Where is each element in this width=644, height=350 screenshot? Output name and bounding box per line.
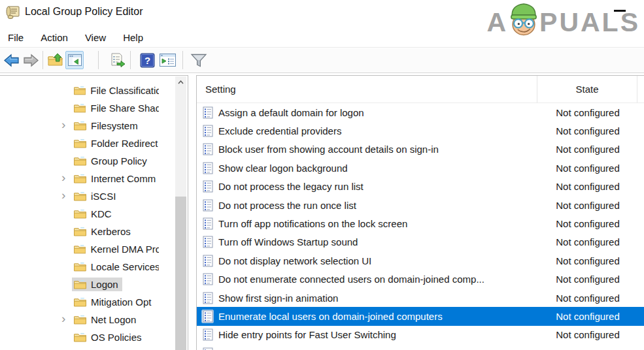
- filter-icon[interactable]: [190, 52, 207, 69]
- list-rows: Assign a default domain for logonNot con…: [197, 103, 644, 350]
- show-action-pane-icon[interactable]: [159, 52, 176, 69]
- tree-item-locale-services[interactable]: Locale Services: [0, 258, 171, 276]
- tree-item-body[interactable]: File Share Shad: [72, 101, 163, 115]
- tree-item-body[interactable]: KDC: [72, 207, 116, 221]
- up-one-level-icon[interactable]: [47, 52, 64, 69]
- setting-row-assign-a-default-domain-for-logon[interactable]: Assign a default domain for logonNot con…: [197, 103, 644, 121]
- setting-row-turn-off-windows-startup-sound[interactable]: Turn off Windows Startup soundNot config…: [197, 233, 644, 251]
- svg-text:?: ?: [144, 55, 150, 66]
- list-header: Setting State: [197, 76, 644, 103]
- policy-setting-icon: [202, 162, 213, 174]
- back-icon[interactable]: [3, 52, 20, 69]
- policy-setting-icon: [202, 328, 213, 341]
- tree-item-kerberos[interactable]: Kerberos: [0, 223, 171, 240]
- column-header-setting[interactable]: Setting: [197, 84, 537, 95]
- tree-item-iscsi[interactable]: ›iSCSI: [0, 187, 171, 205]
- folder-icon: [74, 121, 86, 131]
- setting-row-do-not-enumerate-connected-users-on-doma[interactable]: Do not enumerate connected users on doma…: [197, 270, 644, 289]
- setting-row-hide-entry-points-for-fast-user-switchin[interactable]: Hide entry points for Fast User Switchin…: [197, 326, 644, 344]
- tree-item-os-policies[interactable]: OS Policies: [0, 328, 171, 346]
- column-header-state[interactable]: State: [537, 76, 637, 103]
- folder-icon: [74, 156, 86, 166]
- tree-item-file-share-shad[interactable]: File Share Shad: [0, 99, 171, 117]
- expand-chevron-icon[interactable]: ›: [61, 119, 72, 130]
- tree-item-label: KDC: [91, 208, 112, 219]
- policy-setting-icon: [203, 125, 213, 137]
- setting-name: Do not process the legacy run list: [218, 181, 538, 192]
- show-console-tree-icon[interactable]: [65, 51, 84, 69]
- expand-chevron-icon[interactable]: ›: [61, 313, 72, 324]
- tree-item-body[interactable]: Net Logon: [72, 313, 140, 326]
- setting-row-do-not-display-network-selection-ui[interactable]: Do not display network selection UINot c…: [197, 251, 644, 270]
- folder-icon: [74, 103, 86, 113]
- policy-setting-icon: [203, 292, 213, 304]
- expand-chevron-icon[interactable]: ›: [61, 172, 72, 183]
- setting-state: Not configured: [538, 218, 637, 229]
- tree-item-body[interactable]: Mitigation Opt: [72, 295, 156, 309]
- menu-file[interactable]: File: [8, 32, 24, 43]
- tree-item-file-classificatio[interactable]: File Classificatio: [0, 82, 171, 99]
- tree-item-body[interactable]: iSCSI: [72, 189, 120, 203]
- setting-row-partial[interactable]: [197, 344, 644, 350]
- menu-help[interactable]: Help: [123, 32, 143, 43]
- tree-item-label: Folder Redirect: [91, 138, 158, 149]
- tree-item-kdc[interactable]: KDC: [0, 205, 171, 223]
- tree-item-filesystem[interactable]: ›Filesystem: [0, 117, 171, 135]
- minimize-button[interactable]: [614, 10, 626, 12]
- policy-setting-icon: [203, 106, 213, 119]
- setting-row-show-clear-logon-background[interactable]: Show clear logon backgroundNot configure…: [197, 159, 644, 177]
- forward-icon[interactable]: [22, 52, 39, 69]
- scrollbar-thumb[interactable]: [175, 197, 186, 350]
- tree-item-logon[interactable]: Logon: [0, 276, 171, 293]
- toolbar-separator: [42, 51, 43, 69]
- help-icon[interactable]: ?: [139, 52, 156, 69]
- tree-selection[interactable]: Logon: [72, 278, 122, 291]
- tree-item-body[interactable]: Internet Comm: [72, 172, 160, 185]
- tree-item-body[interactable]: Folder Redirect: [72, 136, 162, 150]
- tree-item-body[interactable]: Kernel DMA Pro: [72, 242, 163, 256]
- tree-item-folder-redirect[interactable]: Folder Redirect: [0, 135, 171, 152]
- toolbar-separator: [98, 51, 99, 69]
- tree-item-label: Logon: [91, 279, 118, 290]
- tree-item-body[interactable]: Filesystem: [72, 119, 142, 133]
- export-list-icon[interactable]: [110, 52, 127, 69]
- tree-item-kernel-dma-pro[interactable]: Kernel DMA Pro: [0, 240, 171, 258]
- setting-row-enumerate-local-users-on-domain-joined-c[interactable]: Enumerate local users on domain-joined c…: [197, 307, 644, 325]
- policy-setting-icon: [202, 125, 213, 137]
- policy-setting-icon: [202, 273, 213, 285]
- policy-setting-icon: [202, 143, 213, 155]
- setting-name: Do not enumerate connected users on doma…: [218, 274, 538, 285]
- tree-item-body[interactable]: Group Policy: [72, 154, 151, 168]
- folder-icon: [74, 174, 86, 183]
- menu-action[interactable]: Action: [41, 32, 68, 43]
- tree-item-label: Kerberos: [91, 226, 131, 237]
- setting-row-show-first-sign-in-animation[interactable]: Show first sign-in animationNot configur…: [197, 289, 644, 307]
- folder-icon: [74, 244, 86, 254]
- setting-row-block-user-from-showing-account-details-[interactable]: Block user from showing account details …: [197, 140, 644, 159]
- setting-row-turn-off-app-notifications-on-the-lock-s[interactable]: Turn off app notifications on the lock s…: [197, 214, 644, 232]
- tree-item-internet-comm[interactable]: ›Internet Comm: [0, 170, 171, 187]
- policy-setting-icon: [203, 180, 213, 193]
- tree-item-body[interactable]: OS Policies: [72, 330, 146, 344]
- policy-setting-icon: [203, 217, 213, 230]
- setting-row-exclude-credential-providers[interactable]: Exclude credential providersNot configur…: [197, 121, 644, 140]
- tree-item-body[interactable]: Kerberos: [72, 225, 135, 238]
- setting-name: Turn off Windows Startup sound: [218, 236, 538, 247]
- setting-row-do-not-process-the-legacy-run-list[interactable]: Do not process the legacy run listNot co…: [197, 178, 644, 196]
- toolbar-separator: [130, 51, 131, 69]
- policy-setting-icon: [202, 106, 213, 119]
- setting-row-do-not-process-the-run-once-list[interactable]: Do not process the run once listNot conf…: [197, 196, 644, 214]
- scrollbar-up-icon[interactable]: [175, 76, 186, 88]
- tree-item-body[interactable]: File Classificatio: [72, 84, 163, 97]
- tree-item-body[interactable]: Locale Services: [72, 260, 163, 274]
- tree-item-mitigation-opt[interactable]: Mitigation Opt: [0, 293, 171, 311]
- tree-item-group-policy[interactable]: Group Policy: [0, 152, 171, 170]
- tree-scrollbar[interactable]: [175, 76, 186, 350]
- folder-icon: [74, 191, 86, 201]
- tree-item-net-logon[interactable]: ›Net Logon: [0, 311, 171, 328]
- setting-state: Not configured: [538, 144, 637, 155]
- tree-item-pin-complexit[interactable]: PIN Complexit: [0, 346, 171, 350]
- expand-chevron-icon[interactable]: ›: [61, 190, 72, 200]
- menu-view[interactable]: View: [85, 32, 106, 43]
- console-tree-panel: File ClassificatioFile Share Shad›Filesy…: [0, 75, 188, 350]
